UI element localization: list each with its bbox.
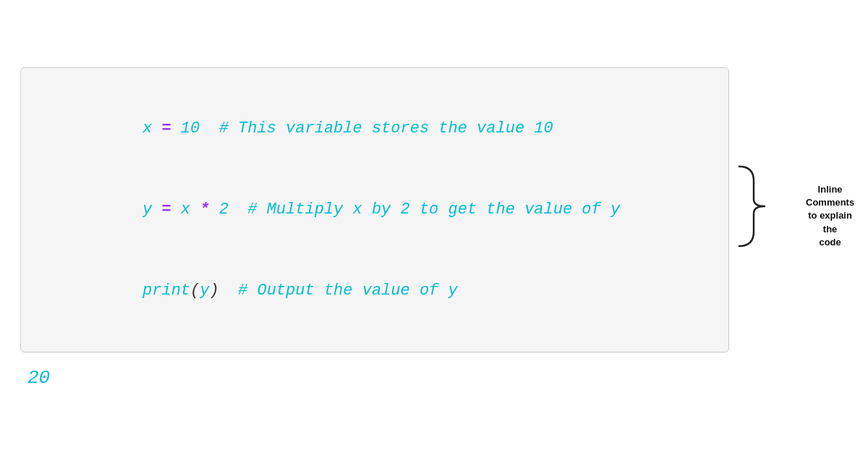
paren-close: ) <box>209 282 218 300</box>
spaces3 <box>200 119 218 138</box>
mult-op: * <box>200 200 209 219</box>
var-y: y <box>142 200 152 219</box>
code-line-1: x = 10 # This variable stores the value … <box>47 88 702 169</box>
sp1 <box>152 200 161 219</box>
annotation-wrapper: Inline Comments to explain the code <box>732 163 848 250</box>
var-y2: y <box>200 282 209 300</box>
space <box>152 119 161 138</box>
code-line-2: y = x * 2 # Multiply x by 2 to get the v… <box>47 169 702 250</box>
main-container: x = 10 # This variable stores the value … <box>0 0 868 456</box>
sp5 <box>229 200 247 219</box>
sp3 <box>190 200 200 219</box>
var-x: x <box>142 119 152 138</box>
comment-1: # This variable stores the value 10 <box>219 119 553 138</box>
annotation-text-line1: Inline <box>818 184 843 195</box>
code-line-3: print(y) # Output the value of y <box>47 250 702 332</box>
content-wrapper: x = 10 # This variable stores the value … <box>20 67 848 389</box>
sp2 <box>171 200 181 219</box>
comment-2: # Multiply x by 2 to get the value of y <box>247 200 620 219</box>
annotation-label: Inline Comments to explain the code <box>806 183 854 249</box>
annotation-text-line4: code <box>819 237 841 248</box>
var-x2: x <box>181 200 190 219</box>
num-2: 2 <box>219 200 229 219</box>
paren-open: ( <box>190 282 200 300</box>
eq2: = <box>161 200 171 219</box>
code-output-section: x = 10 # This variable stores the value … <box>20 67 729 389</box>
equals-op: = <box>161 119 171 138</box>
annotation-text-line3: to explain the <box>808 210 852 234</box>
num-10: 10 <box>181 119 200 138</box>
sp4 <box>209 200 218 219</box>
comment-3: # Output the value of y <box>238 282 458 300</box>
code-box: x = 10 # This variable stores the value … <box>20 67 729 353</box>
annotation-text-line2: Comments <box>806 197 854 208</box>
space2 <box>171 119 181 138</box>
func-print: print <box>142 282 190 300</box>
output-value: 20 <box>27 367 729 389</box>
sp6 <box>219 282 238 300</box>
